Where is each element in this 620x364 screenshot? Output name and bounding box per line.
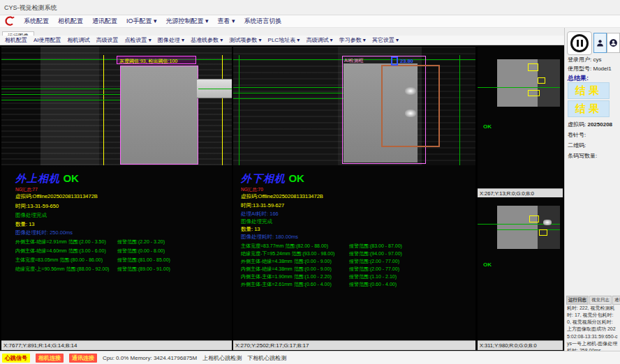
toolbar: 相机配置 AI使用配置 相机调试 高级设置 点检设置 ▾ 图像处理 ▾ 基准线参… [0, 36, 564, 45]
tool-advanced-debug[interactable]: 高级调试 ▾ [306, 36, 332, 44]
center-time: 时间:13-31-59-627 [241, 202, 284, 209]
center-meas-2: 绝缘宽度-下=95.24mm 范围:(93.00 - 98.00) [241, 250, 334, 257]
tool-plc-address[interactable]: PLC地址表 ▾ [268, 36, 300, 44]
center-meas-1-alarm: 报警范围:(83.00 - 87.00) [349, 243, 402, 250]
camera-view-center[interactable]: AI检测框 23.80 外下相机 OK NG汇总:70 虚拟码:Offline2… [233, 47, 475, 340]
left-count: 数量: 13 [15, 221, 35, 228]
pause-button[interactable] [567, 31, 592, 55]
tool-test-param[interactable]: 测试项参数 ▾ [229, 36, 261, 44]
measure-line-ext [478, 87, 497, 88]
yellow-guide-left [103, 55, 104, 165]
measure-line-3 [1, 100, 120, 100]
center-meas-3: 外侧主体-绝缘=4.38mm 范围:(0.00 - 9.00) [241, 258, 332, 265]
operator-button[interactable] [593, 33, 607, 53]
left-barcode: 虚拟码:Offline2025020813313472B [15, 193, 98, 200]
small-top-image [497, 59, 560, 107]
tool-advanced-set[interactable]: 高级设置 [96, 36, 119, 44]
tool-camera-debug[interactable]: 相机调试 [68, 36, 90, 44]
annotation-box-1 [528, 63, 538, 71]
bright-spot-2 [405, 109, 416, 117]
left-meas-2: 内侧主体-绝缘=4.60mm 范围:(3.00 - 6.00) [15, 248, 106, 255]
center-camera-result: OK [288, 172, 304, 184]
menu-bar: 系统配置 相机配置 通讯配置 IO手配置 ▾ 光源控制配置 ▾ 查看 ▾ 系统语… [0, 15, 620, 28]
tool-learn-param[interactable]: 学习参数 ▾ [339, 36, 366, 44]
center-meas-3-alarm: 报警范围:(2.00 - 77.00) [349, 258, 399, 265]
log-tab-run[interactable]: 运行日志 [566, 296, 589, 305]
menu-item-language-switch[interactable]: 系统语言切换 [244, 17, 282, 26]
small-top-ok: OK [483, 123, 492, 130]
tool-ai-use-config[interactable]: AI使用配置 [34, 36, 61, 44]
center-meas-6: 外侧主体-主体=2.61mm 范围:(0.60 - 4.00) [241, 281, 332, 288]
left-coords-strip: X:7677;Y:891;R:14;G:14;B:14 [1, 340, 232, 350]
top-camera-heartbeat: 上相机心跳检测 [202, 354, 242, 362]
bright-spot [543, 220, 552, 225]
log-tab-vision[interactable]: 视觉日志 [589, 296, 612, 305]
heartbeat-badge: 心跳信号 [2, 354, 30, 363]
title-bar: CYS-视觉检测系统 [0, 0, 620, 15]
measure-line-2 [233, 93, 344, 93]
center-result-title: 外下相机 OK [241, 172, 304, 185]
log-tabs: 运行日志 视觉日志 通讯日志 [566, 296, 620, 305]
threshold-label: 灰度阈值:93, 检出阈值:100 [119, 58, 177, 65]
model-label: 使用型号: [568, 66, 591, 72]
center-ai-elapsed: 处理AI耗时: 166 [241, 211, 279, 218]
user-badge-icon [609, 38, 618, 47]
measure-line-2 [497, 229, 560, 230]
window-title: CYS-视觉检测系统 [4, 4, 57, 11]
camera-view-small-bottom[interactable]: OK [478, 199, 563, 340]
center-elapsed: 图像处理耗时: 180.00ms [241, 234, 298, 241]
qr-label: 二维码: [568, 142, 586, 149]
tool-camera-config[interactable]: 相机配置 [5, 36, 27, 44]
small-bottom-ok: OK [483, 261, 492, 268]
center-meas-4-alarm: 报警范围:(2.00 - 77.00) [349, 266, 399, 273]
menu-item-system-config[interactable]: 系统配置 [24, 17, 49, 26]
left-result-title: 外上相机 OK [15, 172, 79, 185]
measure-line [497, 87, 560, 88]
bottom-camera-heartbeat: 下相机心跳检测 [247, 354, 286, 362]
admin-button[interactable] [607, 33, 620, 53]
left-ng-line: NG汇总:77 [15, 187, 38, 193]
measure-line-4 [198, 89, 232, 89]
menu-item-comm-config[interactable]: 通讯配置 [92, 17, 117, 26]
orange-roi-box [381, 65, 440, 147]
left-meas-3-alarm: 报警范围:(81.00 - 85.00) [117, 257, 170, 264]
center-coords-strip: X:270;Y:2502;R:17;G:17;B:17 [233, 340, 475, 350]
center-meas-5-alarm: 报警范围:(1.10 - 2.10) [349, 273, 397, 280]
app-window: CYS-视觉检测系统 系统配置 相机配置 通讯配置 IO手配置 ▾ 光源控制配置… [0, 0, 620, 364]
camera-conn-badge: 相机连接 [36, 354, 64, 363]
comm-conn-badge: 通讯连接 [69, 354, 97, 363]
login-label: 登录用户: [568, 56, 591, 63]
camera-image-left: 灰度阈值:93, 检出阈值:100 [1, 47, 232, 165]
left-camera-name: 外上相机 [15, 172, 60, 184]
green-guide-left [239, 55, 239, 165]
left-process-done: 图像处理完成 [15, 212, 47, 219]
log-tab-comm[interactable]: 通讯日志 [612, 296, 620, 305]
left-camera-result: OK [63, 172, 79, 184]
camera-view-left[interactable]: 灰度阈值:93, 检出阈值:100 外上相机 OK NG汇总:77 虚拟码:Of… [1, 47, 232, 340]
tool-spot-check[interactable]: 点检设置 ▾ [125, 36, 152, 44]
menu-item-io-config[interactable]: IO手配置 ▾ [126, 17, 157, 26]
annotation-box-2 [539, 229, 547, 236]
yellow-guide-right [222, 55, 223, 165]
left-meas-4: 绝缘宽度-上=90.56mm 范围:(88.00 - 92.00) [15, 266, 109, 273]
virtual-code-value: 20250208 [587, 121, 612, 128]
virtual-code-row: 虚拟码: 20250208 [568, 121, 612, 128]
tool-other-set[interactable]: 其它设置 ▾ [372, 36, 399, 44]
virtual-code-label: 虚拟码: [568, 121, 586, 128]
menu-item-view[interactable]: 查看 ▾ [218, 17, 235, 26]
menu-item-camera-config[interactable]: 相机配置 [58, 17, 83, 26]
write-count-label: 条码写数量: [568, 152, 597, 160]
center-meas-5: 内侧主体-主体=1.90mm 范围:(1.00 - 2.20) [241, 273, 332, 280]
tool-image-process[interactable]: 图像处理 ▾ [158, 36, 184, 44]
blue-marker-box [391, 56, 398, 66]
ai-box-label: AI检测框 [344, 57, 364, 64]
menu-item-light-config[interactable]: 光源控制配置 ▾ [166, 17, 209, 26]
small-top-coords-strip: X:267;Y:13;R:0;G:0;B:0 [478, 188, 563, 197]
center-meas-6-alarm: 报警范围:(0.60 - 4.00) [349, 281, 397, 288]
camera-view-small-top[interactable]: OK [478, 47, 563, 188]
annotation-box-1 [529, 215, 539, 222]
measure-line-2 [1, 94, 120, 95]
tool-baseline-param[interactable]: 基准线参数 ▾ [191, 36, 223, 44]
status-bar: 心跳信号 相机连接 通讯连接 Cpu: 0.0% Memory: 3424.41… [0, 351, 620, 364]
annotation-box-2 [538, 77, 545, 84]
